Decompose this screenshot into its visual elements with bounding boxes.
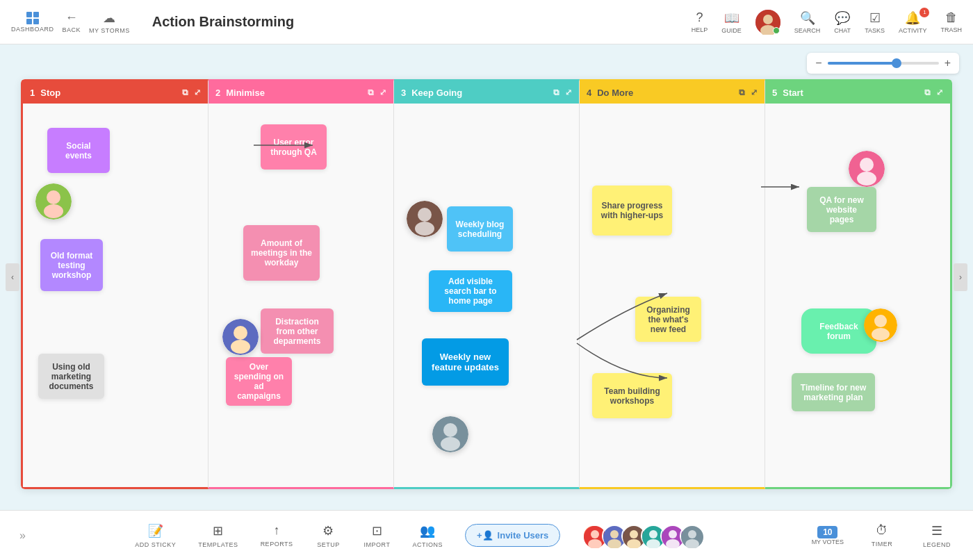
invite-icon: +👤 xyxy=(477,530,493,541)
timer-icon: ⏱ xyxy=(876,523,888,538)
chat-button[interactable]: 💬 CHAT xyxy=(834,10,851,34)
search-button[interactable]: 🔍 SEARCH xyxy=(794,10,821,34)
sticky-blog-scheduling[interactable]: Weekly blog scheduling xyxy=(447,206,513,252)
back-button[interactable]: ← BACK xyxy=(63,10,81,33)
setup-icon: ⚙ xyxy=(322,523,334,538)
sticky-share-progress[interactable]: Share progress with higher-ups xyxy=(592,186,672,236)
import-icon: ⊡ xyxy=(372,523,382,538)
sticky-search-bar[interactable]: Add visible search bar to home page xyxy=(429,270,512,312)
templates-button[interactable]: ⊞ TEMPLATES xyxy=(187,518,249,554)
back-label: BACK xyxy=(63,26,81,33)
templates-label: TEMPLATES xyxy=(198,541,238,548)
avatar-user1[interactable] xyxy=(35,183,72,220)
zoom-slider[interactable] xyxy=(828,62,939,65)
column-domore-body: Share progress with higher-ups Organizin… xyxy=(580,104,764,487)
search-label: SEARCH xyxy=(794,27,821,34)
actions-button[interactable]: 👥 ACTIONS xyxy=(401,518,454,554)
svg-point-20 xyxy=(872,328,890,340)
column-minimize-body: User error through QA Amount of meetings… xyxy=(208,104,393,487)
tasks-label: TASKS xyxy=(865,27,885,34)
scroll-left-arrow[interactable]: ‹ xyxy=(6,263,19,291)
my-votes-button[interactable]: 10 MY VOTES xyxy=(803,522,852,550)
column-minimize-header: 2 Minimise ⧉ ⤢ xyxy=(208,81,393,104)
col-start-expand-icon[interactable]: ⤢ xyxy=(936,88,943,97)
timer-button[interactable]: ⏱ TIMER xyxy=(858,518,906,553)
reports-label: REPORTS xyxy=(261,541,293,547)
mystorms-button[interactable]: ☁ MY STORMS xyxy=(89,10,130,34)
help-button[interactable]: ? HELP xyxy=(692,10,708,33)
col-stop-expand-icon[interactable]: ⤢ xyxy=(194,88,201,97)
page-title: Action Brainstorming xyxy=(141,14,680,30)
sticky-team-building[interactable]: Team building workshops xyxy=(592,373,672,418)
sticky-organizing-feed[interactable]: Organizing the what's new feed xyxy=(635,297,701,342)
avatar-user6[interactable] xyxy=(864,308,897,342)
svg-point-32 xyxy=(649,530,657,538)
column-stop: 1 Stop ⧉ ⤢ Social events Old format test… xyxy=(21,79,208,489)
zoom-in-button[interactable]: + xyxy=(945,57,951,69)
sticky-old-marketing[interactable]: Using old marketing documents xyxy=(38,354,104,399)
sticky-user-error[interactable]: User error through QA xyxy=(261,124,327,170)
trash-button[interactable]: 🗑 TRASH xyxy=(940,10,962,33)
expand-button[interactable]: » xyxy=(11,529,34,542)
user-avatar[interactable] xyxy=(755,10,780,35)
setup-button[interactable]: ⚙ SETUP xyxy=(304,518,352,554)
chat-label: CHAT xyxy=(834,27,851,34)
dashboard-icon xyxy=(26,12,39,24)
templates-icon: ⊞ xyxy=(213,523,223,538)
col-keepgoing-copy-icon[interactable]: ⧉ xyxy=(553,88,559,97)
back-icon: ← xyxy=(65,10,78,25)
dashboard-button[interactable]: DASHBOARD xyxy=(11,12,54,33)
col-domore-expand-icon[interactable]: ⤢ xyxy=(751,88,758,97)
svg-point-7 xyxy=(234,326,247,340)
avatar-user2[interactable] xyxy=(222,319,259,355)
col-stop-copy-icon[interactable]: ⧉ xyxy=(182,88,188,97)
avatar-user5[interactable] xyxy=(849,151,885,187)
votes-count: 10 xyxy=(817,526,837,538)
column-stop-body: Social events Old format testing worksho… xyxy=(23,104,208,487)
reports-button[interactable]: ↑ REPORTS xyxy=(250,518,304,553)
column-start-body: QA for new website pages Feedback forum … xyxy=(765,104,950,487)
avatar-user3[interactable] xyxy=(407,201,443,237)
avatar-user4[interactable] xyxy=(432,416,468,452)
add-sticky-label: ADD STICKY xyxy=(135,541,176,548)
bottom-toolbar: » 📝 ADD STICKY ⊞ TEMPLATES ↑ REPORTS ⚙ S… xyxy=(0,510,973,560)
import-button[interactable]: ⊡ IMPORT xyxy=(352,518,401,554)
col-keepgoing-expand-icon[interactable]: ⤢ xyxy=(565,88,572,97)
add-sticky-button[interactable]: 📝 ADD STICKY xyxy=(124,518,187,554)
sticky-distraction[interactable]: Distraction from other deparments xyxy=(261,308,334,354)
legend-button[interactable]: ☰ LEGEND xyxy=(912,518,962,554)
sticky-social-events[interactable]: Social events xyxy=(47,128,110,173)
column-keepgoing-header: 3 Keep Going ⧉ ⤢ xyxy=(394,81,579,104)
svg-point-38 xyxy=(688,530,696,538)
column-stop-header: 1 Stop ⧉ ⤢ xyxy=(23,81,208,104)
sticky-old-format[interactable]: Old format testing workshop xyxy=(40,239,103,291)
sticky-over-spending[interactable]: Over spending on ad campaigns xyxy=(226,357,292,406)
sticky-meetings[interactable]: Amount of meetings in the workday xyxy=(243,225,320,281)
svg-point-35 xyxy=(669,530,677,538)
sticky-timeline-marketing[interactable]: Timeline for new marketing plan xyxy=(792,373,875,411)
svg-point-10 xyxy=(418,208,432,222)
column-domore-header: 4 Do More ⧉ ⤢ xyxy=(580,81,764,104)
invite-users-button[interactable]: +👤 Invite Users xyxy=(465,524,560,547)
col-minimize-copy-icon[interactable]: ⧉ xyxy=(368,88,374,97)
collab-avatar-6[interactable] xyxy=(680,525,702,547)
scroll-right-arrow[interactable]: › xyxy=(954,263,967,291)
zoom-out-button[interactable]: − xyxy=(815,57,821,69)
sticky-weekly-updates[interactable]: Weekly new feature updates xyxy=(422,338,509,386)
tasks-button[interactable]: ☑ TASKS xyxy=(865,10,885,34)
col-minimize-expand-icon[interactable]: ⤢ xyxy=(379,88,386,97)
guide-label: GUIDE xyxy=(721,27,742,34)
zoom-thumb xyxy=(892,58,901,68)
reports-icon: ↑ xyxy=(274,523,280,538)
activity-button[interactable]: 🔔 1 ACTIVITY xyxy=(899,10,927,34)
svg-point-19 xyxy=(874,315,887,327)
guide-button[interactable]: 📖 GUIDE xyxy=(721,10,742,34)
dashboard-label: DASHBOARD xyxy=(11,26,54,33)
sticky-qa-website[interactable]: QA for new website pages xyxy=(807,187,876,232)
col-domore-copy-icon[interactable]: ⧉ xyxy=(739,88,745,97)
svg-point-29 xyxy=(630,530,638,538)
my-votes-label: MY VOTES xyxy=(812,538,844,545)
legend-label: LEGEND xyxy=(923,541,951,548)
column-keepgoing-body: Weekly blog scheduling Add visible searc… xyxy=(394,104,579,487)
col-start-copy-icon[interactable]: ⧉ xyxy=(924,88,931,97)
